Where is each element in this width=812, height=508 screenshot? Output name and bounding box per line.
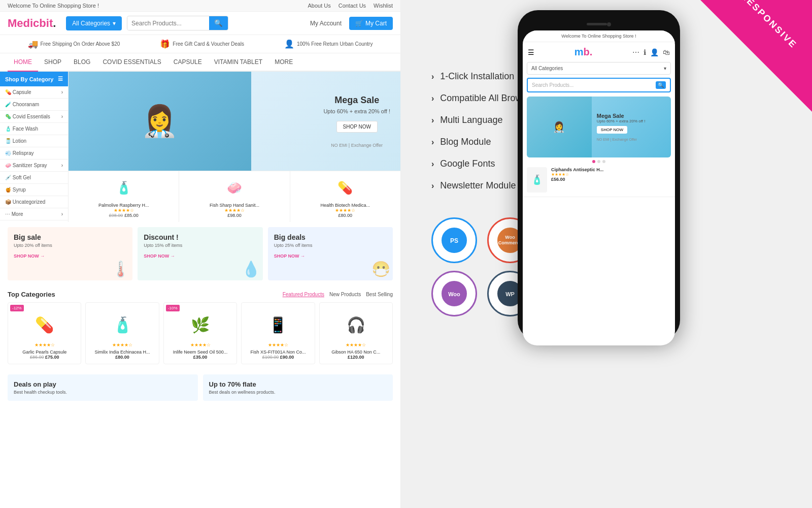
sidebar-item-more[interactable]: ⋯ More› <box>0 208 68 220</box>
phone-product-info: Ciphands Antiseptic H... ★★★★☆ £56.00 <box>551 167 671 182</box>
product-card-2[interactable]: 🧼 Fish Sharp Hand Sanit... ★★★★☆ £98.00 <box>179 171 290 222</box>
prod-price-5: £120.00 <box>324 355 388 360</box>
svg-text:Woo: Woo <box>448 291 460 297</box>
sidebar-item-capsule[interactable]: 💊 Capsule› <box>0 86 68 99</box>
prod-name-1: Garlic Pearls Capsule <box>12 350 77 355</box>
phone-product-item[interactable]: 🧴 Ciphands Antiseptic H... ★★★★☆ £56.00 <box>523 163 675 197</box>
site-header: Medicbit. All Categories ▾ 🔍 My Account … <box>0 12 400 35</box>
bottom-promo-title-2: Up to 70% flate <box>209 380 387 388</box>
prod-price-4: £100.00 £90.00 <box>246 355 310 360</box>
nav-covid[interactable]: COVID ESSENTIALS <box>96 53 167 72</box>
hero-shop-button[interactable]: SHOP NOW <box>336 121 378 133</box>
phone-search-icon[interactable]: 🔍 <box>656 81 666 89</box>
dot-1[interactable] <box>592 160 595 163</box>
nav-capsule[interactable]: CAPSULE <box>167 53 208 72</box>
phone-shop-button[interactable]: SHOP NOW <box>597 126 627 134</box>
section-header: Top Categories Featured Products New Pro… <box>8 291 393 298</box>
phone-hero-banner: 👩‍⚕️ Mega Sale Upto 60% + extra 20% off … <box>527 97 671 157</box>
phone-banner-image: 👩‍⚕️ <box>527 97 592 157</box>
phone-hamburger-icon[interactable]: ☰ <box>528 48 534 56</box>
sidebar-item-chooranam[interactable]: 🧪 Chooranam <box>0 99 68 111</box>
sidebar-item-facewash[interactable]: 🧴 Face Wash <box>0 123 68 135</box>
prod-card-1[interactable]: -12% 💊 ★★★★☆ Garlic Pearls Capsule £86.0… <box>8 302 81 364</box>
dot-3[interactable] <box>602 160 605 163</box>
sidebar-item-syrup[interactable]: 🍯 Syrup <box>0 184 68 196</box>
nav-blog[interactable]: BLOG <box>67 53 96 72</box>
section-title: Top Categories <box>8 291 55 298</box>
prod-stars-4: ★★★★☆ <box>246 342 310 347</box>
prod-stars-5: ★★★★☆ <box>324 342 388 347</box>
phone-info-icon[interactable]: ℹ <box>644 48 646 56</box>
phone-menu-icon[interactable]: ⋯ <box>632 48 639 56</box>
cart-button[interactable]: 🛒 My Cart <box>349 17 393 30</box>
promo-img-1: 🌡️ <box>111 260 130 278</box>
product-name-2: Fish Sharp Hand Sanit... <box>183 203 285 208</box>
bottom-promo-title-1: Deals on play <box>14 380 192 388</box>
main-content: Shop By Category ☰ 💊 Capsule› 🧪 Choorana… <box>0 72 400 222</box>
sidebar-item-uncategorized[interactable]: 📦 Uncategorized <box>0 196 68 208</box>
phone-banner-content: Mega Sale Upto 60% + extra 20% off ! SHO… <box>592 108 651 146</box>
sidebar-item-softgel[interactable]: 💉 Soft Gel <box>0 172 68 184</box>
phone-header: ☰ mb. ⋯ ℹ 👤 🛍 <box>523 42 675 62</box>
promo-title-3: Big deals <box>274 233 387 241</box>
promo-btn-1[interactable]: SHOP NOW → <box>14 253 45 259</box>
prod-name-2: Similix India Echinacea H... <box>90 350 154 355</box>
about-link[interactable]: About Us <box>308 3 330 9</box>
tab-bestselling[interactable]: Best Selling <box>366 292 393 297</box>
phone-user-icon[interactable]: 👤 <box>650 48 659 56</box>
chevron-icon-1: › <box>431 72 434 81</box>
nav-more[interactable]: MORE <box>268 53 299 72</box>
phone-product-name: Ciphands Antiseptic H... <box>551 167 671 172</box>
hero-subtitle: Upto 60% + extra 20% off ! <box>323 108 390 114</box>
category-button[interactable]: All Categories ▾ <box>66 16 122 30</box>
phone-banner-sub: Upto 60% + extra 20% off ! <box>597 119 646 123</box>
promo-discount: Discount ! Upto 15% off items SHOP NOW →… <box>138 227 262 280</box>
phone-category-select[interactable]: All Categories ▾ <box>527 62 671 75</box>
search-input[interactable] <box>127 17 209 30</box>
promo-btn-3[interactable]: SHOP NOW → <box>274 253 305 259</box>
feature-text-6: Newsletter Module <box>440 180 516 191</box>
feature-return-text: 100% Free Return Urban Country <box>297 41 373 47</box>
phone-banner-note: NO EMI | Exchange Offer <box>597 138 646 141</box>
feature-text-3: Multi Language <box>440 115 502 125</box>
sidebar-item-sanitizer[interactable]: 🧼 Sanitizer Spray› <box>0 160 68 172</box>
search-button[interactable]: 🔍 <box>209 16 228 30</box>
my-account-link[interactable]: My Account <box>310 20 342 27</box>
phone-cart-icon[interactable]: 🛍 <box>663 48 670 56</box>
tab-new[interactable]: New Products <box>329 292 361 297</box>
product-card-1[interactable]: 🧴 Palmolive Raspberry H... ★★★★☆ £98.00£… <box>69 171 179 222</box>
product-img-3: 💊 <box>294 175 396 201</box>
prod-card-4[interactable]: 📱 ★★★★☆ Fish XS-FIT001A Non Co... £100.0… <box>241 302 315 364</box>
contact-link[interactable]: Contact Us <box>339 3 366 9</box>
phone-logo: mb. <box>574 46 593 58</box>
phone-camera <box>607 22 611 26</box>
wishlist-link[interactable]: Wishlist <box>374 3 393 9</box>
product-card-3[interactable]: 💊 Health Biotech Medica... ★★★★☆ £80.00 <box>290 171 400 222</box>
tab-featured[interactable]: Featured Products <box>283 292 324 297</box>
nav-home[interactable]: HOME <box>8 53 38 72</box>
dot-2[interactable] <box>597 160 600 163</box>
product-img-2: 🧼 <box>183 175 285 201</box>
section-tabs: Featured Products New Products Best Sell… <box>283 292 393 297</box>
sidebar: Shop By Category ☰ 💊 Capsule› 🧪 Choorana… <box>0 72 69 222</box>
products-grid: -12% 💊 ★★★★☆ Garlic Pearls Capsule £86.0… <box>8 302 393 364</box>
sidebar-item-relispray[interactable]: 💨 Relispray <box>0 147 68 160</box>
phone-search-bar[interactable]: Search Products... 🔍 <box>527 78 671 92</box>
promo-big-deals: Big deals Upto 25% off items SHOP NOW → … <box>268 227 393 280</box>
svg-text:WP: WP <box>505 291 515 297</box>
sidebar-item-lotion[interactable]: 🫙 Lotion <box>0 135 68 147</box>
hero-content: Mega Sale Upto 60% + extra 20% off ! SHO… <box>323 95 390 148</box>
promo-btn-2[interactable]: SHOP NOW → <box>144 253 175 259</box>
promo-sub-3: Upto 25% off items <box>274 243 387 248</box>
nav-shop[interactable]: SHOP <box>38 53 67 72</box>
phone-search-placeholder: Search Products... <box>532 82 573 88</box>
search-bar[interactable]: 🔍 <box>127 16 228 30</box>
sidebar-item-covid[interactable]: 🦠 Covid Essentials› <box>0 111 68 123</box>
prod-card-2[interactable]: 🧴 ★★★★☆ Similix India Echinacea H... £80… <box>85 302 159 364</box>
prod-card-5[interactable]: 🎧 ★★★★☆ Gibson HA 650 Non C... £120.00 <box>319 302 393 364</box>
nav-vitamin[interactable]: VITAMIN TABLET <box>208 53 268 72</box>
top-categories-section: Top Categories Featured Products New Pro… <box>0 285 400 369</box>
prod-img-1: 💊 <box>12 307 77 342</box>
phone-header-icons: ⋯ ℹ 👤 🛍 <box>632 48 670 56</box>
prod-card-3[interactable]: -10% 🌿 ★★★★☆ Inlife Neem Seed Oil 500...… <box>163 302 237 364</box>
